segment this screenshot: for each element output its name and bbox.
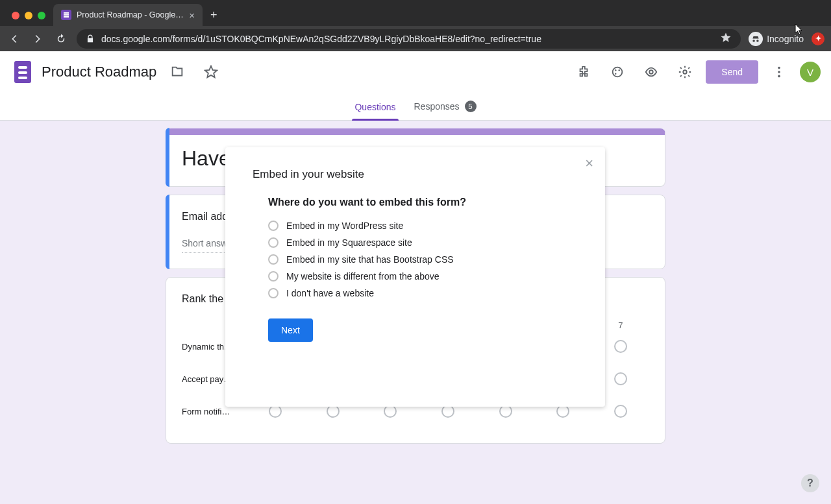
settings-gear-icon[interactable] bbox=[672, 59, 698, 85]
account-avatar[interactable]: V bbox=[800, 62, 821, 82]
form-tabs: Questions Responses 5 bbox=[0, 93, 831, 121]
embed-option-squarespace[interactable]: Embed in my Squarespace site bbox=[268, 234, 578, 251]
preview-icon[interactable] bbox=[638, 59, 664, 85]
grid-radio[interactable] bbox=[441, 405, 454, 418]
svg-point-9 bbox=[778, 67, 780, 69]
favicon-icon bbox=[61, 10, 71, 20]
addons-icon[interactable] bbox=[571, 59, 597, 85]
svg-point-10 bbox=[778, 71, 780, 73]
extension-badge-icon[interactable]: ✦ bbox=[812, 32, 825, 45]
forward-button[interactable] bbox=[30, 31, 45, 47]
embed-option-bootstrap[interactable]: Embed in my site that has Bootstrap CSS bbox=[268, 251, 578, 268]
browser-chrome: Product Roadmap - Google Form × + docs.g… bbox=[0, 0, 831, 51]
window-close-icon[interactable] bbox=[12, 12, 19, 19]
grid-radio[interactable] bbox=[269, 405, 282, 418]
url-text: docs.google.com/forms/d/1uSTOK0BQCmKpNEw… bbox=[101, 34, 541, 44]
reload-button[interactable] bbox=[53, 31, 69, 47]
embed-option-other[interactable]: My website is different from the above bbox=[268, 268, 578, 285]
browser-tab[interactable]: Product Roadmap - Google Form × bbox=[53, 4, 203, 26]
response-count-badge: 5 bbox=[465, 101, 477, 112]
svg-point-4 bbox=[615, 69, 616, 71]
tab-strip: Product Roadmap - Google Form × + bbox=[0, 0, 831, 26]
svg-point-3 bbox=[613, 67, 623, 77]
grid-radio[interactable] bbox=[327, 405, 340, 418]
move-to-folder-icon[interactable] bbox=[164, 59, 190, 85]
forms-header: Product Roadmap Send V bbox=[0, 51, 831, 93]
svg-point-5 bbox=[619, 69, 620, 71]
window-controls bbox=[5, 12, 53, 26]
embed-option-none[interactable]: I don't have a website bbox=[268, 285, 578, 302]
tab-responses[interactable]: Responses 5 bbox=[405, 101, 486, 120]
svg-rect-0 bbox=[64, 12, 69, 14]
grid-radio[interactable] bbox=[499, 405, 512, 418]
star-icon[interactable] bbox=[198, 59, 224, 85]
help-button[interactable]: ? bbox=[801, 474, 819, 492]
svg-point-11 bbox=[778, 75, 780, 78]
embed-modal: × Embed in your website Where do you wan… bbox=[225, 147, 605, 407]
grid-radio[interactable] bbox=[384, 405, 397, 418]
modal-close-icon[interactable]: × bbox=[585, 156, 593, 171]
back-button[interactable] bbox=[6, 31, 22, 47]
palette-icon[interactable] bbox=[604, 59, 630, 85]
bookmark-star-icon[interactable] bbox=[720, 32, 732, 45]
grid-radio[interactable] bbox=[614, 405, 627, 418]
window-maximize-icon[interactable] bbox=[38, 12, 45, 19]
next-button[interactable]: Next bbox=[268, 318, 313, 342]
send-button[interactable]: Send bbox=[706, 60, 758, 84]
modal-title: Embed in your website bbox=[253, 168, 578, 181]
toolbar: docs.google.com/forms/d/1uSTOK0BQCmKpNEw… bbox=[0, 26, 831, 51]
radio-icon bbox=[268, 254, 279, 265]
embed-option-wordpress[interactable]: Embed in my WordPress site bbox=[268, 217, 578, 234]
incognito-icon bbox=[749, 32, 763, 46]
svg-point-6 bbox=[615, 73, 616, 75]
svg-point-8 bbox=[684, 70, 688, 74]
grid-radio[interactable] bbox=[556, 405, 569, 418]
svg-point-7 bbox=[650, 70, 654, 74]
google-forms-logo-icon[interactable] bbox=[14, 61, 31, 83]
radio-icon bbox=[268, 221, 279, 231]
svg-rect-1 bbox=[64, 14, 69, 16]
incognito-indicator: Incognito bbox=[749, 32, 804, 46]
lock-icon bbox=[86, 34, 95, 43]
grid-radio[interactable] bbox=[614, 372, 627, 385]
tab-title: Product Roadmap - Google Form bbox=[77, 10, 184, 19]
radio-icon bbox=[268, 237, 279, 248]
incognito-label: Incognito bbox=[767, 34, 804, 44]
tab-close-icon[interactable]: × bbox=[189, 10, 195, 20]
svg-rect-2 bbox=[64, 16, 69, 18]
more-menu-icon[interactable] bbox=[766, 59, 792, 85]
address-bar[interactable]: docs.google.com/forms/d/1uSTOK0BQCmKpNEw… bbox=[77, 29, 741, 49]
tab-questions[interactable]: Questions bbox=[345, 102, 404, 120]
radio-icon bbox=[268, 288, 279, 298]
radio-icon bbox=[268, 271, 279, 282]
window-minimize-icon[interactable] bbox=[25, 12, 32, 19]
grid-radio[interactable] bbox=[614, 340, 627, 353]
modal-subtitle: Where do you want to embed this form? bbox=[268, 197, 578, 208]
new-tab-button[interactable]: + bbox=[203, 8, 225, 26]
embed-option-list: Embed in my WordPress site Embed in my S… bbox=[268, 217, 578, 302]
document-title[interactable]: Product Roadmap bbox=[42, 64, 156, 80]
grid-row-label: Form notifi… bbox=[182, 407, 247, 416]
page: Product Roadmap Send V Questions Respons… bbox=[0, 51, 831, 504]
